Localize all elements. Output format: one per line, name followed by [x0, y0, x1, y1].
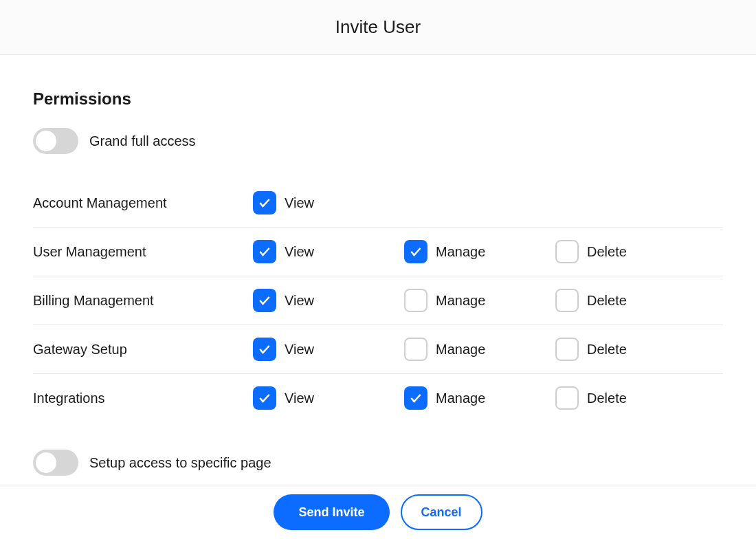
permission-option-view: View — [253, 191, 404, 214]
check-icon — [258, 391, 271, 405]
permission-row-gateway-setup: Gateway Setup View Manage Delete — [33, 325, 723, 374]
specific-page-toggle[interactable] — [33, 450, 78, 476]
manage-label: Manage — [436, 390, 485, 406]
check-icon — [409, 245, 423, 258]
check-icon — [258, 294, 271, 307]
toggle-knob — [36, 452, 56, 473]
permission-row-integrations: Integrations View Manage Delete — [33, 374, 723, 422]
permission-option-manage: Manage — [404, 338, 555, 361]
view-label: View — [285, 195, 314, 211]
full-access-toggle-label: Grand full access — [89, 133, 196, 149]
delete-checkbox[interactable] — [555, 338, 579, 361]
permissions-table: Account Management View User Management … — [33, 179, 723, 422]
permission-row-user-management: User Management View Manage Delete — [33, 228, 723, 276]
permission-option-delete: Delete — [555, 386, 707, 410]
view-label: View — [285, 244, 314, 260]
permission-row-billing-management: Billing Management View Manage Delete — [33, 276, 723, 325]
check-icon — [258, 196, 271, 210]
delete-label: Delete — [587, 342, 627, 358]
check-icon — [409, 391, 423, 405]
permission-option-manage: Manage — [404, 386, 555, 410]
modal-header: Invite User — [0, 0, 756, 55]
specific-page-toggle-row: Setup access to specific page — [33, 450, 723, 476]
permission-option-view: View — [253, 289, 404, 312]
check-icon — [258, 245, 271, 258]
view-label: View — [285, 293, 314, 309]
permission-name: Integrations — [33, 390, 253, 406]
permission-option-delete: Delete — [555, 338, 707, 361]
view-checkbox[interactable] — [253, 338, 276, 361]
delete-checkbox[interactable] — [555, 240, 579, 263]
view-checkbox[interactable] — [253, 289, 276, 312]
modal-body: Permissions Grand full access Account Ma… — [0, 55, 756, 485]
manage-label: Manage — [436, 293, 485, 309]
full-access-toggle[interactable] — [33, 128, 78, 154]
toggle-knob — [36, 131, 56, 151]
view-label: View — [285, 390, 314, 406]
delete-label: Delete — [587, 244, 627, 260]
permission-name: Account Management — [33, 195, 253, 211]
delete-label: Delete — [587, 390, 627, 406]
permissions-section-title: Permissions — [33, 89, 723, 109]
manage-label: Manage — [436, 342, 485, 358]
check-icon — [258, 342, 271, 356]
manage-checkbox[interactable] — [404, 386, 427, 410]
delete-label: Delete — [587, 293, 627, 309]
send-invite-button[interactable]: Send Invite — [274, 494, 389, 530]
permission-name: User Management — [33, 244, 253, 260]
manage-label: Manage — [436, 244, 485, 260]
full-access-toggle-row: Grand full access — [33, 128, 723, 154]
permission-option-manage: Manage — [404, 289, 555, 312]
modal-title: Invite User — [335, 16, 421, 38]
delete-checkbox[interactable] — [555, 289, 579, 312]
permission-option-view: View — [253, 386, 404, 410]
manage-checkbox[interactable] — [404, 240, 427, 263]
view-checkbox[interactable] — [253, 386, 276, 410]
view-checkbox[interactable] — [253, 191, 276, 214]
specific-page-toggle-label: Setup access to specific page — [89, 455, 271, 471]
permission-name: Billing Management — [33, 293, 253, 309]
permission-option-manage: Manage — [404, 240, 555, 263]
modal-footer: Send Invite Cancel — [0, 485, 756, 539]
cancel-button[interactable]: Cancel — [401, 494, 482, 530]
view-checkbox[interactable] — [253, 240, 276, 263]
permission-row-account-management: Account Management View — [33, 179, 723, 228]
permission-option-view: View — [253, 240, 404, 263]
delete-checkbox[interactable] — [555, 386, 579, 410]
manage-checkbox[interactable] — [404, 338, 427, 361]
permission-option-view: View — [253, 338, 404, 361]
view-label: View — [285, 342, 314, 358]
permission-name: Gateway Setup — [33, 342, 253, 358]
permission-option-delete: Delete — [555, 240, 707, 263]
permission-option-delete: Delete — [555, 289, 707, 312]
manage-checkbox[interactable] — [404, 289, 427, 312]
